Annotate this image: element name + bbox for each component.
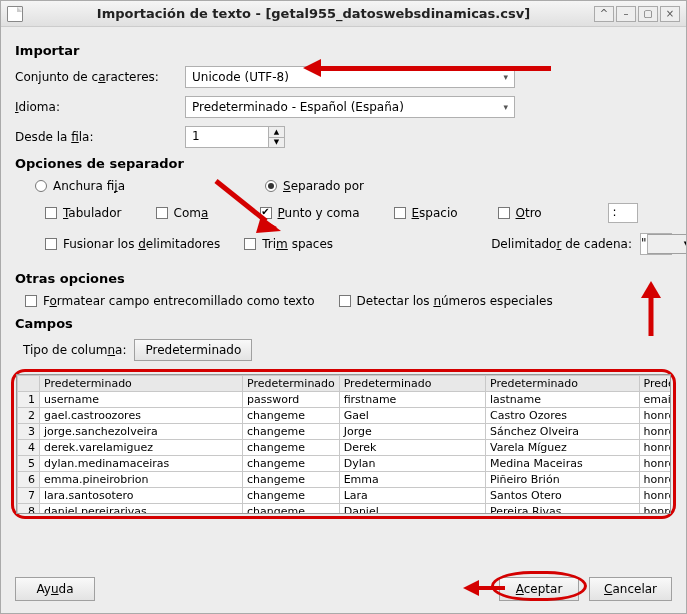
separated-by-radio[interactable]: Separado por: [265, 179, 364, 193]
column-type-combo[interactable]: Predeterminado: [134, 339, 252, 361]
preview-table-frame: Predeterminado Predeterminado Predetermi…: [16, 374, 671, 514]
semicolon-checkbox[interactable]: Punto y coma: [260, 206, 360, 220]
ok-button[interactable]: Aceptar: [499, 577, 579, 601]
other-separator-input[interactable]: :: [608, 203, 638, 223]
preview-highlight: Predeterminado Predeterminado Predetermi…: [11, 369, 676, 519]
tab-checkbox[interactable]: Tabulador: [45, 206, 122, 220]
table-cell[interactable]: jorge.sanchezolveira: [40, 424, 243, 440]
table-cell[interactable]: daniel.pereirarivas: [40, 504, 243, 514]
table-cell[interactable]: changeme: [242, 408, 339, 424]
table-cell[interactable]: honre: [639, 488, 670, 504]
table-cell[interactable]: Derek: [339, 440, 485, 456]
table-cell[interactable]: changeme: [242, 504, 339, 514]
spinner-up-icon[interactable]: ▲: [269, 127, 284, 138]
row-number: 8: [18, 504, 40, 514]
table-row[interactable]: 6emma.pineirobrionchangemeEmmaPiñeiro Br…: [18, 472, 671, 488]
table-cell[interactable]: Emma: [339, 472, 485, 488]
table-cell[interactable]: Dylan: [339, 456, 485, 472]
chevron-down-icon[interactable]: ▼: [647, 234, 687, 254]
dialog-window: Importación de texto - [getal955_datoswe…: [0, 0, 687, 614]
fields-section-title: Campos: [15, 316, 672, 331]
table-cell[interactable]: Piñeiro Brión: [486, 472, 640, 488]
table-cell[interactable]: lastname: [486, 392, 640, 408]
language-value: Predeterminado - Español (España): [192, 100, 404, 114]
detect-numbers-checkbox[interactable]: Detectar los números especiales: [339, 294, 553, 308]
table-cell[interactable]: Varela Míguez: [486, 440, 640, 456]
table-cell[interactable]: changeme: [242, 456, 339, 472]
table-cell[interactable]: Santos Otero: [486, 488, 640, 504]
table-cell[interactable]: gael.castroozores: [40, 408, 243, 424]
table-cell[interactable]: email: [639, 392, 670, 408]
close-button[interactable]: ×: [660, 6, 680, 22]
charset-combo[interactable]: Unicode (UTF-8) ▾: [185, 66, 515, 88]
charset-value: Unicode (UTF-8): [192, 70, 289, 84]
table-cell[interactable]: honre: [639, 408, 670, 424]
table-cell[interactable]: Pereira Rivas: [486, 504, 640, 514]
row-number: 7: [18, 488, 40, 504]
table-cell[interactable]: firstname: [339, 392, 485, 408]
table-cell[interactable]: password: [242, 392, 339, 408]
cancel-button[interactable]: Cancelar: [589, 577, 672, 601]
row-number: 4: [18, 440, 40, 456]
table-cell[interactable]: Sánchez Olveira: [486, 424, 640, 440]
maximize-button[interactable]: ▢: [638, 6, 658, 22]
dialog-footer: Ayuda Aceptar Cancelar: [1, 567, 686, 613]
row-number: 6: [18, 472, 40, 488]
table-cell[interactable]: changeme: [242, 488, 339, 504]
row-number: 1: [18, 392, 40, 408]
row-number: 3: [18, 424, 40, 440]
other-section-title: Otras opciones: [15, 271, 672, 286]
fixed-width-radio[interactable]: Anchura fija: [35, 179, 125, 193]
table-cell[interactable]: derek.varelamiguez: [40, 440, 243, 456]
merge-delimiters-checkbox[interactable]: Fusionar los delimitadores: [45, 237, 220, 251]
trim-spaces-checkbox[interactable]: Trim spaces: [244, 237, 333, 251]
table-cell[interactable]: honre: [639, 456, 670, 472]
table-row[interactable]: 4derek.varelamiguezchangemeDerekVarela M…: [18, 440, 671, 456]
fromrow-value[interactable]: 1: [186, 127, 268, 147]
table-cell[interactable]: honre: [639, 440, 670, 456]
table-cell[interactable]: honre: [639, 424, 670, 440]
table-cell[interactable]: Medina Maceiras: [486, 456, 640, 472]
document-icon: [7, 6, 23, 22]
preview-scroll[interactable]: Predeterminado Predeterminado Predetermi…: [17, 375, 670, 513]
charset-label: Conjunto de caracteres:: [15, 70, 185, 84]
fromrow-spinner[interactable]: 1 ▲ ▼: [185, 126, 285, 148]
quoted-as-text-checkbox[interactable]: Formatear campo entrecomillado como text…: [25, 294, 315, 308]
help-button[interactable]: Ayuda: [15, 577, 95, 601]
column-type-label: Tipo de columna:: [23, 343, 126, 357]
string-delimiter-label: Delimitador de cadena:: [491, 237, 632, 251]
table-cell[interactable]: emma.pineirobrion: [40, 472, 243, 488]
table-cell[interactable]: Gael: [339, 408, 485, 424]
table-cell[interactable]: changeme: [242, 440, 339, 456]
fromrow-label: Desde la fila:: [15, 130, 185, 144]
table-cell[interactable]: username: [40, 392, 243, 408]
table-cell[interactable]: dylan.medinamaceiras: [40, 456, 243, 472]
space-checkbox[interactable]: Espacio: [394, 206, 464, 220]
table-row[interactable]: 7lara.santosoterochangemeLaraSantos Oter…: [18, 488, 671, 504]
table-cell[interactable]: Castro Ozores: [486, 408, 640, 424]
spinner-down-icon[interactable]: ▼: [269, 138, 284, 148]
table-cell[interactable]: lara.santosotero: [40, 488, 243, 504]
table-row[interactable]: 8daniel.pereirarivaschangemeDanielPereir…: [18, 504, 671, 514]
table-cell[interactable]: Jorge: [339, 424, 485, 440]
string-delimiter-combo[interactable]: " ▼: [640, 233, 672, 255]
comma-checkbox[interactable]: Coma: [156, 206, 226, 220]
table-cell[interactable]: Lara: [339, 488, 485, 504]
minimize-button[interactable]: –: [616, 6, 636, 22]
table-row[interactable]: 3jorge.sanchezolveirachangemeJorgeSánche…: [18, 424, 671, 440]
table-cell[interactable]: changeme: [242, 424, 339, 440]
language-combo[interactable]: Predeterminado - Español (España) ▾: [185, 96, 515, 118]
table-cell[interactable]: honre: [639, 472, 670, 488]
table-row[interactable]: 5dylan.medinamaceiraschangemeDylanMedina…: [18, 456, 671, 472]
import-section-title: Importar: [15, 43, 672, 58]
language-label: Idioma:: [15, 100, 185, 114]
rollup-button[interactable]: ^: [594, 6, 614, 22]
row-number: 2: [18, 408, 40, 424]
table-cell[interactable]: changeme: [242, 472, 339, 488]
other-checkbox[interactable]: Otro: [498, 206, 568, 220]
table-cell[interactable]: Daniel: [339, 504, 485, 514]
table-row[interactable]: 2gael.castroozoreschangemeGaelCastro Ozo…: [18, 408, 671, 424]
preview-table[interactable]: Predeterminado Predeterminado Predetermi…: [17, 375, 670, 513]
table-cell[interactable]: honre: [639, 504, 670, 514]
table-row[interactable]: 1usernamepasswordfirstnamelastnameemail: [18, 392, 671, 408]
